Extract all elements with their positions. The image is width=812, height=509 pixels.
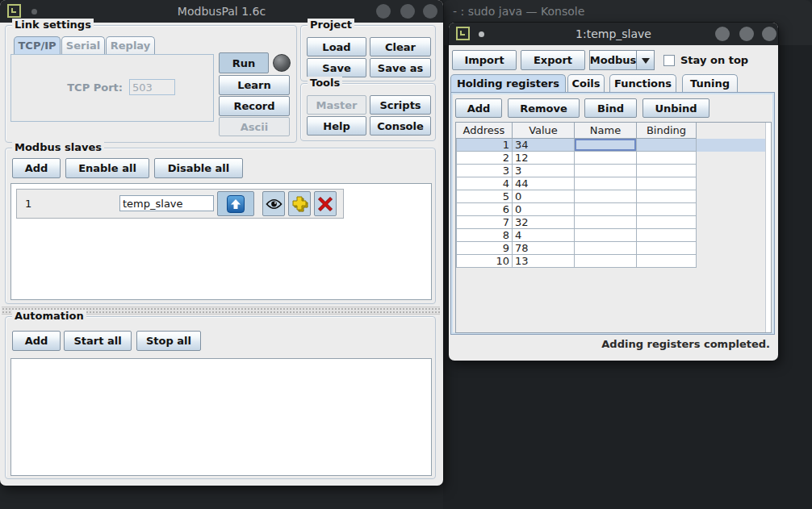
automation-add-button[interactable]: Add <box>12 331 61 351</box>
save-as-button[interactable]: Save as <box>370 58 431 77</box>
cell-value[interactable]: 13 <box>513 255 575 268</box>
register-add-button[interactable]: Add <box>455 98 502 118</box>
close-button[interactable] <box>762 27 776 41</box>
cell-name[interactable] <box>575 255 637 268</box>
slave-delete-button[interactable] <box>314 191 337 216</box>
cell-address[interactable]: 5 <box>456 190 513 203</box>
cell-binding[interactable] <box>637 152 697 165</box>
cell-value[interactable]: 44 <box>513 177 575 190</box>
tab-coils[interactable]: Coils <box>567 74 605 92</box>
combobox-arrow-button[interactable] <box>636 50 655 70</box>
column-header-binding[interactable]: Binding <box>637 123 697 139</box>
table-row[interactable]: 1 34 <box>456 139 766 152</box>
slave-name-field[interactable] <box>119 195 214 211</box>
cell-name[interactable] <box>575 242 637 255</box>
cell-name[interactable] <box>575 203 637 216</box>
cell-name[interactable] <box>575 216 637 229</box>
export-button[interactable]: Export <box>521 50 585 70</box>
cell-name[interactable] <box>575 177 637 190</box>
record-button[interactable]: Record <box>219 96 290 116</box>
run-button[interactable]: Run <box>219 52 269 73</box>
stay-on-top-checkbox[interactable] <box>663 55 675 66</box>
cell-binding[interactable] <box>637 165 697 177</box>
column-header-value[interactable]: Value <box>513 123 575 139</box>
help-button[interactable]: Help <box>307 116 366 136</box>
enable-all-button[interactable]: Enable all <box>65 158 149 178</box>
cell-address[interactable]: 1 <box>456 139 513 152</box>
maximize-button[interactable] <box>400 4 415 19</box>
cell-name[interactable] <box>575 229 637 242</box>
master-button[interactable]: Master <box>307 95 366 115</box>
column-header-address[interactable]: Address <box>456 123 513 139</box>
tab-tcpip[interactable]: TCP/IP <box>14 36 61 54</box>
ascii-button[interactable]: Ascii <box>219 117 290 136</box>
cell-value[interactable]: 32 <box>513 216 575 229</box>
cell-binding[interactable] <box>637 203 697 216</box>
cell-value[interactable]: 0 <box>513 190 575 203</box>
table-row[interactable]: 5 0 <box>456 190 771 203</box>
start-all-button[interactable]: Start all <box>64 331 132 351</box>
minimize-button[interactable] <box>376 4 391 19</box>
cell-binding[interactable] <box>637 229 697 242</box>
implementation-combobox[interactable]: Modbus <box>589 50 636 70</box>
slave-view-button[interactable] <box>262 191 285 216</box>
cell-address[interactable]: 8 <box>456 229 513 242</box>
tab-functions[interactable]: Functions <box>609 74 676 92</box>
table-row[interactable]: 6 0 <box>456 203 771 216</box>
slave-add-button[interactable]: Add <box>12 158 61 178</box>
cell-binding[interactable] <box>637 190 697 203</box>
stop-all-button[interactable]: Stop all <box>136 331 201 351</box>
tab-replay[interactable]: Replay <box>106 36 155 54</box>
load-button[interactable]: Load <box>307 37 366 56</box>
slave-add-automation-button[interactable] <box>288 191 311 216</box>
cell-address[interactable]: 7 <box>456 216 513 229</box>
vertical-scrollbar[interactable] <box>765 123 771 332</box>
cell-address[interactable]: 4 <box>456 177 513 190</box>
slave-titlebar[interactable]: 1:temp_slave <box>449 23 778 45</box>
table-row[interactable]: 9 78 <box>456 242 771 255</box>
tab-tuning[interactable]: Tuning <box>682 74 738 92</box>
column-header-name[interactable]: Name <box>575 123 637 139</box>
minimize-button[interactable] <box>715 27 730 41</box>
table-row[interactable]: 8 4 <box>456 229 771 242</box>
table-row[interactable]: 3 3 <box>456 165 771 177</box>
unbind-button[interactable]: Unbind <box>642 98 709 118</box>
import-button[interactable]: Import <box>452 50 517 70</box>
tab-holding-registers[interactable]: Holding registers <box>450 74 566 92</box>
slave-enabled-toggle[interactable] <box>217 191 254 216</box>
cell-binding[interactable] <box>637 255 697 268</box>
cell-binding[interactable] <box>637 216 697 229</box>
cell-address[interactable]: 6 <box>456 203 513 216</box>
table-row[interactable]: 7 32 <box>456 216 771 229</box>
cell-name[interactable] <box>575 165 637 177</box>
disable-all-button[interactable]: Disable all <box>154 158 243 178</box>
cell-value[interactable]: 0 <box>513 203 575 216</box>
tab-serial[interactable]: Serial <box>61 36 105 54</box>
cell-name-focused[interactable] <box>575 139 637 152</box>
cell-value[interactable]: 4 <box>513 229 575 242</box>
slave-row[interactable]: 1 <box>16 189 344 219</box>
close-button[interactable] <box>423 4 437 19</box>
register-remove-button[interactable]: Remove <box>508 98 580 118</box>
bind-button[interactable]: Bind <box>584 98 637 118</box>
cell-address[interactable]: 10 <box>456 255 513 268</box>
clear-button[interactable]: Clear <box>370 37 431 56</box>
table-row[interactable]: 4 44 <box>456 177 771 190</box>
table-row[interactable]: 10 13 <box>456 255 771 268</box>
cell-address[interactable]: 3 <box>456 165 513 177</box>
maximize-button[interactable] <box>739 27 754 41</box>
cell-value[interactable]: 34 <box>513 139 575 152</box>
cell-binding[interactable] <box>637 139 697 152</box>
cell-value[interactable]: 78 <box>513 242 575 255</box>
table-row[interactable]: 2 12 <box>456 152 771 165</box>
cell-address[interactable]: 2 <box>456 152 513 165</box>
save-button[interactable]: Save <box>307 58 366 77</box>
cell-name[interactable] <box>575 152 637 165</box>
tcp-port-field[interactable] <box>129 79 175 95</box>
cell-binding[interactable] <box>637 177 697 190</box>
cell-address[interactable]: 9 <box>456 242 513 255</box>
cell-value[interactable]: 3 <box>513 165 575 177</box>
cell-name[interactable] <box>575 190 637 203</box>
cell-value[interactable]: 12 <box>513 152 575 165</box>
learn-button[interactable]: Learn <box>219 75 290 95</box>
